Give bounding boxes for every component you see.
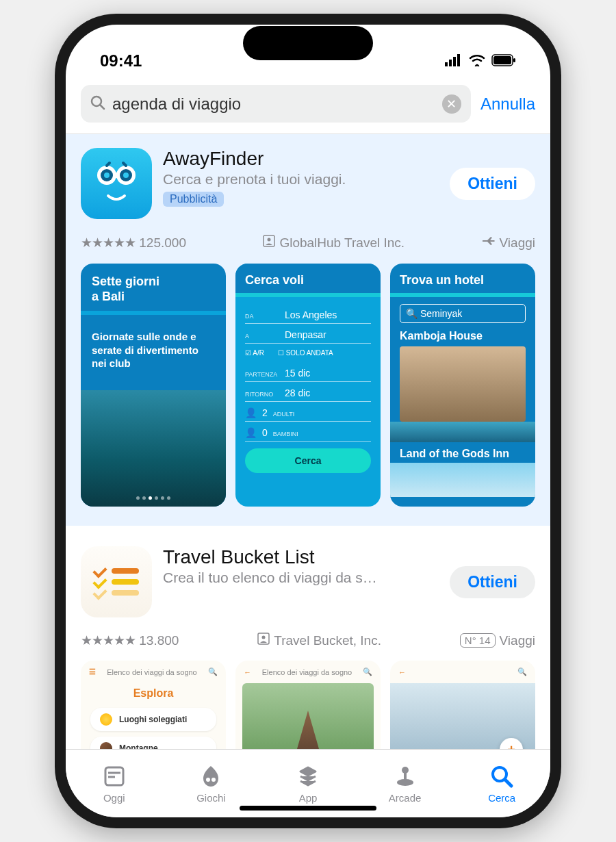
tab-label: Cerca — [488, 792, 515, 804]
star-icon: ★★★★★ — [81, 235, 136, 250]
get-button-2[interactable]: Ottieni — [450, 566, 535, 598]
search-row: ✕ Annulla — [66, 79, 550, 134]
adults-count: 2 — [262, 407, 268, 418]
svg-point-27 — [397, 779, 413, 786]
tab-search[interactable]: Cerca — [453, 750, 550, 817]
tab-label: App — [299, 792, 318, 804]
svg-point-25 — [402, 767, 409, 774]
kids-count: 0 — [262, 427, 268, 438]
screenshot-2-3[interactable]: ←🔍 + Aggiungi attività Hong Kong, Cina A… — [390, 661, 535, 749]
get-button[interactable]: Ottieni — [450, 168, 535, 200]
app-meta-row-2: ★★★★★ 13.800 Travel Bucket, Inc. N° 14 V… — [81, 633, 535, 648]
screenshot-2-1[interactable]: ☰Elenco dei viaggi da sogno🔍 Esplora Luo… — [81, 661, 226, 749]
notch — [243, 26, 373, 60]
home-indicator[interactable] — [240, 806, 376, 811]
app-meta-2: Travel Bucket List Crea il tuo elenco di… — [163, 546, 439, 586]
page-dots — [136, 496, 170, 500]
app-subtitle-2: Crea il tuo elenco di viaggi da s… — [163, 570, 439, 586]
search-icon — [90, 95, 105, 113]
svg-point-14 — [123, 173, 129, 178]
ret-label: RITORNO — [245, 391, 279, 398]
svg-line-8 — [100, 105, 104, 109]
svg-rect-26 — [404, 773, 407, 780]
shot1-title-2: a Bali — [92, 290, 125, 303]
developer-name: GlobalHub Travel Inc. — [279, 235, 405, 251]
tab-label: Giochi — [196, 792, 226, 804]
tab-today[interactable]: Oggi — [66, 750, 163, 817]
svg-point-17 — [268, 238, 271, 242]
rating-count: 125.000 — [139, 235, 186, 250]
dep-label: PARTENZA — [245, 371, 279, 378]
results-content[interactable]: AwayFinder Cerca e prenota i tuoi viaggi… — [66, 134, 550, 749]
developer-icon — [257, 633, 270, 648]
hotel-2-image — [390, 463, 535, 497]
screenshots-row-2[interactable]: ☰Elenco dei viaggi da sogno🔍 Esplora Luo… — [81, 661, 535, 749]
category-name-2: Viaggi — [500, 633, 535, 648]
app-icon-awayfinder[interactable] — [81, 148, 152, 219]
menu-icon: ☰ — [89, 667, 96, 676]
oneway-check: ☐ SOLO ANDATA — [278, 349, 333, 357]
wifi-icon — [468, 51, 486, 71]
screenshot-3[interactable]: Trova un hotel 🔍 Seminyak Kamboja House … — [390, 264, 535, 507]
svg-point-23 — [206, 778, 210, 782]
adults-label: ADULTI — [273, 411, 294, 418]
app-icon-travelbucket[interactable] — [81, 546, 152, 617]
airplane-icon — [482, 234, 496, 251]
svg-point-24 — [211, 778, 216, 782]
roundtrip-check: ☑ A/R — [245, 349, 264, 357]
hotel-search: 🔍 Seminyak — [400, 304, 526, 323]
screenshot-2-2[interactable]: ←Elenco dei viaggi da sogno🔍 Hangzhou, C… — [235, 661, 381, 749]
app-name-2: Travel Bucket List — [163, 546, 439, 568]
shot1-desc: Giornate sulle onde e serate di divertim… — [92, 330, 215, 370]
kids-label: BAMBINI — [273, 431, 298, 437]
search-icon: 🔍 — [517, 667, 527, 676]
cellular-icon — [445, 51, 463, 71]
search-input[interactable] — [112, 94, 435, 114]
clear-search-button[interactable]: ✕ — [442, 94, 461, 114]
developer-name-2: Travel Bucket, Inc. — [274, 633, 381, 648]
svg-line-29 — [505, 780, 511, 786]
skyline-image: + — [390, 683, 535, 749]
person-icon: 👤 — [245, 407, 257, 418]
add-button: + — [500, 738, 523, 749]
from-value: Los Angeles — [285, 309, 337, 320]
svg-rect-6 — [513, 58, 515, 62]
screenshot-1[interactable]: Sette giornia Bali Giornate sulle onde e… — [81, 264, 226, 507]
svg-rect-1 — [449, 60, 452, 66]
app-meta: AwayFinder Cerca e prenota i tuoi viaggi… — [163, 148, 439, 207]
shot3-header: Trova un hotel — [390, 264, 535, 297]
search-result-2[interactable]: Travel Bucket List Crea il tuo elenco di… — [66, 526, 550, 749]
app-subtitle: Cerca e prenota i tuoi viaggi. — [163, 171, 439, 188]
to-label: A — [245, 333, 279, 340]
cancel-button[interactable]: Annulla — [480, 94, 535, 114]
hotel-1-image — [400, 346, 526, 422]
search-flights-button: Cerca — [245, 448, 371, 473]
screenshot-2[interactable]: Cerca voli DALos Angeles ADenpasar ☑ A/R… — [235, 264, 381, 507]
developer-block-2: Travel Bucket, Inc. — [257, 633, 381, 648]
phone-screen: 09:41 ✕ Annulla — [66, 25, 550, 817]
search-ad-result[interactable]: AwayFinder Cerca e prenota i tuoi viaggi… — [66, 134, 550, 526]
svg-point-19 — [262, 636, 266, 639]
rating-block-2: ★★★★★ 13.800 — [81, 633, 179, 648]
screenshots-row[interactable]: Sette giornia Bali Giornate sulle onde e… — [81, 264, 535, 507]
svg-rect-15 — [115, 173, 118, 178]
rating-count-2: 13.800 — [139, 633, 179, 648]
search-icon: 🔍 — [363, 667, 372, 676]
hotel-1-name: Kamboja House — [400, 330, 526, 342]
category-block: Viaggi — [482, 234, 535, 251]
pill-sunny: Luoghi soleggiati — [90, 708, 216, 731]
svg-rect-5 — [493, 56, 511, 64]
category-name: Viaggi — [500, 235, 535, 251]
star-icon: ★★★★★ — [81, 633, 136, 648]
app-header-2: Travel Bucket List Crea il tuo elenco di… — [81, 546, 535, 617]
search-field[interactable]: ✕ — [81, 85, 471, 123]
category-block-2: N° 14 Viaggi — [460, 633, 535, 648]
dep-value: 15 dic — [285, 368, 310, 379]
ret-value: 28 dic — [285, 387, 310, 398]
search-icon: 🔍 — [208, 667, 218, 676]
developer-icon — [263, 235, 275, 251]
from-label: DA — [245, 313, 279, 320]
back-icon: ← — [244, 668, 251, 676]
pagoda-image — [242, 683, 374, 749]
tab-label: Arcade — [389, 792, 422, 804]
